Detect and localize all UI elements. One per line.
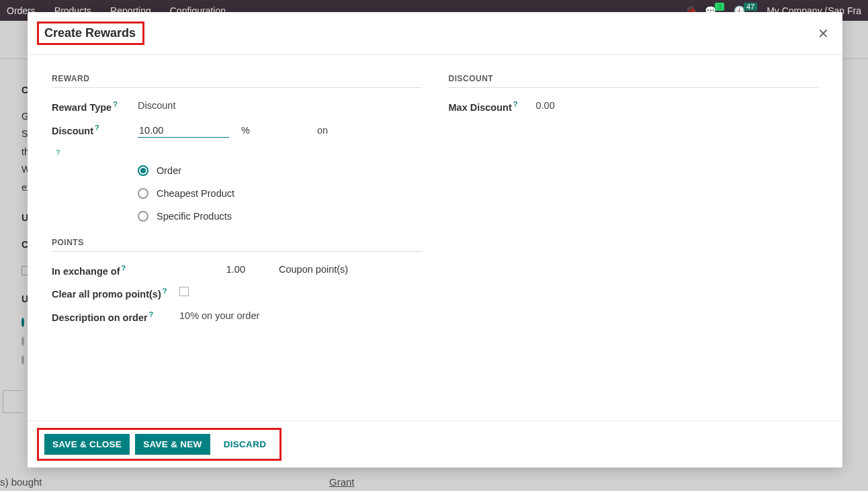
modal-header: Create Rewards ✕ (28, 12, 842, 55)
radio-specific-label: Specific Products (157, 211, 232, 222)
help-icon[interactable]: ? (56, 148, 60, 157)
save-close-button[interactable]: SAVE & CLOSE (44, 434, 130, 455)
clear-promo-label: Clear all promo point(s)? (52, 287, 179, 300)
modal-title: Create Rewards (44, 26, 136, 40)
save-new-button[interactable]: SAVE & NEW (135, 434, 210, 455)
help-icon[interactable]: ? (113, 100, 118, 108)
applicability-radio-group: Order Cheapest Product Specific Products (138, 165, 422, 222)
footer-buttons-highlight: SAVE & CLOSE SAVE & NEW DISCARD (37, 428, 281, 461)
radio-icon (138, 188, 148, 199)
discount-on-label: on (317, 125, 328, 136)
max-discount-value[interactable]: 0.00 (536, 100, 555, 111)
radio-specific-products[interactable]: Specific Products (138, 211, 422, 222)
radio-cheapest-label: Cheapest Product (157, 188, 234, 199)
radio-icon (138, 165, 148, 176)
reward-column: REWARD Reward Type? Discount Discount? (52, 74, 422, 334)
discount-label: Discount? (52, 124, 138, 136)
description-label: Description on order? (52, 310, 179, 323)
section-discount-title: DISCOUNT (449, 74, 819, 88)
exchange-label: In exchange of? (52, 264, 138, 277)
section-reward-title: REWARD (52, 74, 422, 88)
discount-unit: % (241, 125, 250, 136)
exchange-unit: Coupon point(s) (279, 264, 348, 275)
activity-badge: 47 (744, 3, 757, 11)
help-icon[interactable]: ? (163, 287, 167, 295)
reward-type-value[interactable]: Discount (138, 100, 175, 111)
description-value[interactable]: 10% on your order (179, 310, 259, 321)
exchange-value[interactable]: 1.00 (138, 264, 245, 275)
radio-order[interactable]: Order (138, 165, 422, 176)
modal-body: REWARD Reward Type? Discount Discount? (28, 55, 842, 420)
discount-column: DISCOUNT Max Discount? 0.00 (449, 74, 819, 334)
modal-footer: SAVE & CLOSE SAVE & NEW DISCARD (28, 420, 842, 467)
help-icon[interactable]: ? (122, 264, 126, 272)
clear-promo-checkbox[interactable] (179, 287, 189, 296)
section-points-title: POINTS (52, 238, 422, 252)
radio-cheapest-product[interactable]: Cheapest Product (138, 188, 422, 199)
max-discount-label: Max Discount? (449, 100, 536, 113)
reward-type-label: Reward Type? (52, 100, 138, 113)
discard-button[interactable]: DISCARD (216, 434, 275, 455)
radio-icon (138, 211, 148, 222)
discount-input[interactable] (138, 124, 229, 138)
help-icon[interactable]: ? (95, 124, 99, 132)
close-icon[interactable]: ✕ (818, 27, 829, 40)
modal-title-highlight: Create Rewards (37, 21, 144, 45)
radio-order-label: Order (157, 165, 181, 176)
help-icon[interactable]: ? (149, 310, 154, 318)
create-rewards-modal: Create Rewards ✕ REWARD Reward Type? Dis… (28, 12, 842, 467)
help-icon[interactable]: ? (513, 100, 518, 108)
chat-badge: 3 (715, 3, 724, 11)
